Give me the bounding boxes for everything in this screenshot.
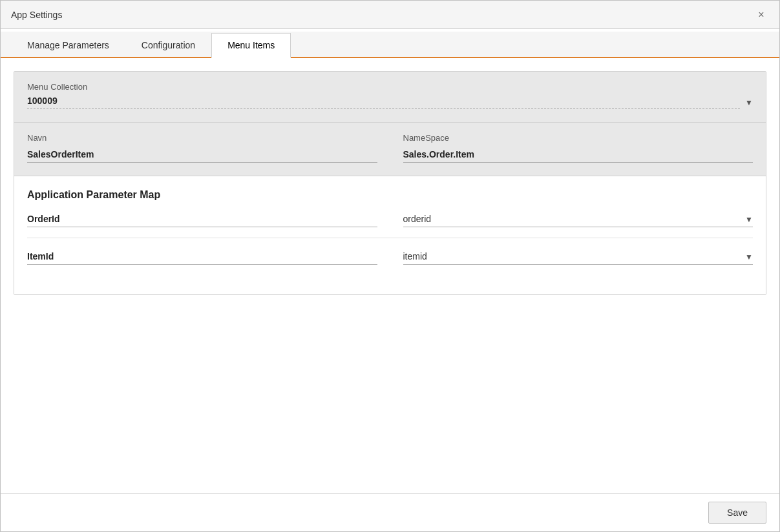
menu-collection-arrow-icon[interactable]: ▼ (745, 98, 753, 107)
param-name-orderid: OrderId (27, 214, 377, 227)
menu-collection-section: Menu Collection 100009 ▼ (14, 72, 766, 123)
param-right-itemid[interactable]: itemid ▼ (403, 251, 754, 265)
titlebar: App Settings × (1, 1, 779, 29)
namespace-value: Sales.Order.Item (403, 149, 754, 163)
navn-label: Navn (27, 133, 377, 143)
name-namespace-section: Navn SalesOrderItem NameSpace Sales.Orde… (14, 123, 766, 176)
tab-manage-parameters[interactable]: Manage Parameters (11, 33, 125, 58)
app-param-section: Application Parameter Map OrderId orderi… (14, 176, 766, 294)
tab-menu-items[interactable]: Menu Items (211, 33, 291, 58)
app-settings-window: App Settings × Manage Parameters Configu… (0, 0, 780, 532)
tab-configuration[interactable]: Configuration (125, 33, 211, 58)
content-area: Menu Collection 100009 ▼ Navn SalesOrder… (1, 58, 779, 493)
menu-collection-dropdown-row: 100009 ▼ (27, 96, 753, 109)
orderid-dropdown-arrow-icon[interactable]: ▼ (745, 215, 753, 224)
app-param-title: Application Parameter Map (27, 189, 753, 201)
tabs-bar: Manage Parameters Configuration Menu Ite… (1, 32, 779, 58)
itemid-dropdown-arrow-icon[interactable]: ▼ (745, 252, 753, 261)
menu-collection-label: Menu Collection (27, 82, 753, 92)
param-value-itemid: itemid (403, 251, 746, 261)
param-row-itemid: ItemId itemid ▼ (27, 251, 753, 275)
close-button[interactable]: × (754, 7, 769, 23)
name-namespace-grid: Navn SalesOrderItem NameSpace Sales.Orde… (27, 133, 753, 163)
main-panel: Menu Collection 100009 ▼ Navn SalesOrder… (14, 71, 766, 295)
param-name-itemid: ItemId (27, 251, 377, 265)
menu-collection-value: 100009 (27, 96, 740, 109)
window-title: App Settings (11, 10, 62, 20)
namespace-label: NameSpace (403, 133, 754, 143)
namespace-field-block: NameSpace Sales.Order.Item (403, 133, 754, 163)
navn-value: SalesOrderItem (27, 149, 377, 163)
save-button[interactable]: Save (708, 502, 766, 524)
param-left-itemid: ItemId (27, 251, 377, 265)
param-value-orderid: orderid (403, 214, 746, 224)
footer: Save (1, 493, 779, 531)
navn-field-block: Navn SalesOrderItem (27, 133, 377, 163)
param-right-orderid[interactable]: orderid ▼ (403, 214, 754, 227)
param-row-orderid: OrderId orderid ▼ (27, 214, 753, 238)
param-left-orderid: OrderId (27, 214, 377, 227)
